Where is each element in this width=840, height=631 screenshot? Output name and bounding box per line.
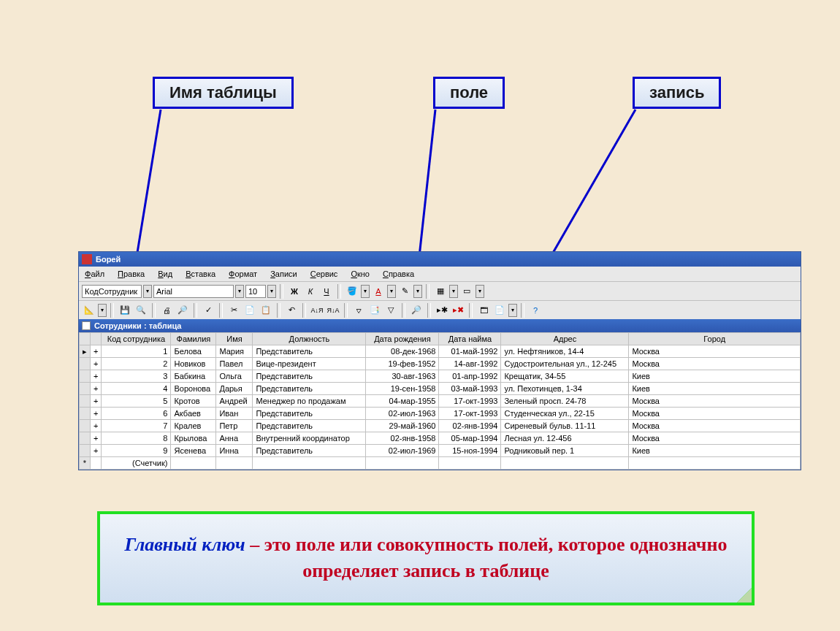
cell-id[interactable]: 5 (102, 395, 171, 408)
menu-help[interactable]: Справка (377, 268, 420, 280)
fontsize-dropdown[interactable]: ▾ (267, 285, 276, 298)
cell-birthdate[interactable]: 08-дек-1968 (366, 345, 439, 358)
cell-id[interactable]: 4 (102, 383, 171, 395)
cell-address[interactable]: Студенческая ул., 22-15 (501, 408, 629, 420)
expand-cell[interactable]: + (91, 370, 102, 383)
expand-cell[interactable]: + (91, 395, 102, 408)
cell-firstname[interactable]: Дарья (216, 383, 253, 395)
table-row[interactable]: +5КротовАндрейМенеджер по продажам04-мар… (80, 395, 801, 408)
expand-cell[interactable]: + (91, 408, 102, 420)
find-button[interactable]: 🔎 (409, 303, 424, 318)
special-effect-dropdown[interactable]: ▾ (476, 285, 484, 298)
cell-firstname[interactable]: Мария (216, 345, 253, 358)
search-file-button[interactable]: 🔍 (134, 303, 148, 318)
cell-birthdate[interactable]: 29-май-1960 (366, 420, 439, 432)
cell-hiredate[interactable]: 14-авг-1992 (439, 358, 501, 370)
cell-position[interactable]: Представитель (253, 383, 366, 395)
design-view-button[interactable]: 📐 (82, 303, 96, 318)
cell-position[interactable]: Вице-президент (253, 358, 366, 370)
row-selector[interactable] (80, 395, 91, 408)
cell-hiredate[interactable]: 02-янв-1994 (439, 420, 501, 432)
cell-address[interactable]: Крещатик, 34-55 (501, 370, 629, 383)
cell-id[interactable]: 7 (102, 420, 171, 432)
cell-birthdate[interactable]: 02-янв-1958 (366, 432, 439, 445)
cell-lastname[interactable]: Кралев (171, 420, 216, 432)
filter-form-button[interactable]: 📑 (367, 303, 382, 318)
cell-city[interactable]: Киев (629, 445, 801, 457)
menu-insert[interactable]: Вставка (180, 268, 221, 280)
cell-city[interactable]: Москва (629, 345, 801, 358)
cell-position[interactable]: Представитель (253, 445, 366, 457)
cell-city[interactable]: Москва (629, 395, 801, 408)
cell-address[interactable]: Родниковый пер. 1 (501, 445, 629, 457)
special-effect-button[interactable]: ▭ (459, 284, 474, 299)
expand-cell[interactable]: + (91, 432, 102, 445)
db-window-button[interactable]: 🗔 (476, 303, 491, 318)
bold-button[interactable]: Ж (287, 284, 302, 299)
cell-address[interactable]: Судостроительная ул., 12-245 (501, 358, 629, 370)
sort-asc-button[interactable]: А↓Я (310, 303, 324, 318)
underline-button[interactable]: Ч (319, 284, 334, 299)
menu-edit[interactable]: Правка (112, 268, 150, 280)
cell-hiredate[interactable]: 17-окт-1993 (439, 408, 501, 420)
print-button[interactable]: 🖨 (159, 303, 174, 318)
cell-position[interactable]: Менеджер по продажам (253, 395, 366, 408)
row-selector[interactable] (80, 445, 91, 457)
cell-firstname[interactable]: Инна (216, 445, 253, 457)
cell-address[interactable]: Зеленый просп. 24-78 (501, 395, 629, 408)
new-object-button[interactable]: 📄 (492, 303, 507, 318)
cell-birthdate[interactable]: 19-фев-1952 (366, 358, 439, 370)
italic-button[interactable]: К (303, 284, 318, 299)
font-color-button[interactable]: A (371, 284, 386, 299)
gridlines-dropdown[interactable]: ▾ (449, 285, 458, 298)
table-row[interactable]: +9ЯсеневаИннаПредставитель02-июл-196915-… (80, 445, 801, 457)
cell-lastname[interactable]: Ясенева (171, 445, 216, 457)
row-selector[interactable] (80, 358, 91, 370)
cell-city[interactable]: Киев (629, 370, 801, 383)
cell-hiredate[interactable]: 01-апр-1992 (439, 370, 501, 383)
cell-birthdate[interactable]: 02-июл-1969 (366, 445, 439, 457)
cell-address[interactable]: ул. Нефтяников, 14-4 (501, 345, 629, 358)
cell-city[interactable]: Москва (629, 358, 801, 370)
cell-birthdate[interactable]: 19-сен-1958 (366, 383, 439, 395)
row-selector[interactable] (80, 420, 91, 432)
undo-button[interactable]: ↶ (284, 303, 299, 318)
font-color-dropdown[interactable]: ▾ (387, 285, 396, 298)
fill-color-dropdown[interactable]: ▾ (361, 285, 370, 298)
table-row[interactable]: +2НовиковПавелВице-президент19-фев-19521… (80, 358, 801, 370)
menu-view[interactable]: Вид (152, 268, 178, 280)
data-grid[interactable]: Код сотрудника Фамилия Имя Должность Дат… (79, 332, 801, 470)
expand-cell[interactable]: + (91, 358, 102, 370)
cell-firstname[interactable]: Петр (216, 420, 253, 432)
cell-address[interactable]: Лесная ул. 12-456 (501, 432, 629, 445)
col-position[interactable]: Должность (253, 333, 366, 345)
cell-hiredate[interactable]: 03-май-1993 (439, 383, 501, 395)
col-id[interactable]: Код сотрудника (102, 333, 171, 345)
preview-button[interactable]: 🔎 (175, 303, 190, 318)
cell-lastname[interactable]: Воронова (171, 383, 216, 395)
cell-birthdate[interactable]: 30-авг-1963 (366, 370, 439, 383)
filter-selection-button[interactable]: 🜄 (351, 303, 366, 318)
cell-lastname[interactable]: Крылова (171, 432, 216, 445)
expand-cell[interactable]: + (91, 420, 102, 432)
new-record-row[interactable]: *(Счетчик) (80, 457, 801, 470)
table-row[interactable]: +4ВороноваДарьяПредставитель19-сен-19580… (80, 383, 801, 395)
expand-cell[interactable]: + (91, 345, 102, 358)
cell-lastname[interactable]: Бабкина (171, 370, 216, 383)
cell-lastname[interactable]: Новиков (171, 358, 216, 370)
cell-birthdate[interactable]: 02-июл-1963 (366, 408, 439, 420)
cell-lastname[interactable]: Акбаев (171, 408, 216, 420)
cell-position[interactable]: Представитель (253, 408, 366, 420)
cell-id[interactable]: 8 (102, 432, 171, 445)
cell-hiredate[interactable]: 01-май-1992 (439, 345, 501, 358)
field-selector-dropdown[interactable]: ▾ (143, 285, 152, 298)
menu-service[interactable]: Сервис (305, 268, 344, 280)
cell-city[interactable]: Москва (629, 420, 801, 432)
row-selector[interactable] (80, 408, 91, 420)
table-row[interactable]: ▸+1БеловаМарияПредставитель08-дек-196801… (80, 345, 801, 358)
table-row[interactable]: +8КрыловаАннаВнутренний координатор02-ян… (80, 432, 801, 445)
save-button[interactable]: 💾 (118, 303, 132, 318)
cell-id[interactable]: 9 (102, 445, 171, 457)
field-selector[interactable] (82, 285, 142, 298)
table-row[interactable]: +3БабкинаОльгаПредставитель30-авг-196301… (80, 370, 801, 383)
